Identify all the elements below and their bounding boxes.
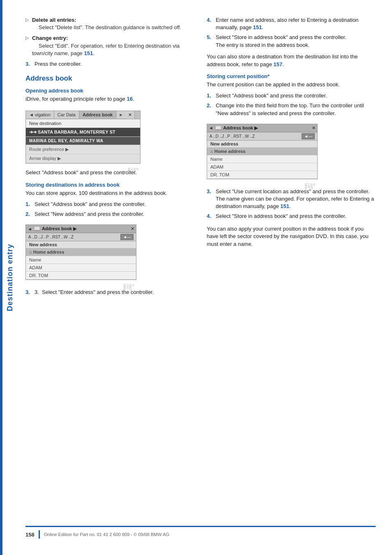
bullet-body-change: Select "Edit". For operation, refer to E…: [32, 43, 180, 56]
addr-title-text-right: Address book ▶: [223, 125, 258, 131]
select-instruction: Select "Address book" and press the cont…: [25, 169, 194, 177]
current-step2-text: Change into the third field from the top…: [216, 102, 376, 117]
storing-destinations-title: Storing destinations in address book: [25, 182, 194, 188]
current-step4-num: 4.: [207, 213, 213, 220]
step3-text: Press the controller.: [35, 60, 82, 68]
page-ref-151-change: 151: [84, 50, 93, 56]
footer-divider: [39, 530, 40, 539]
opening-text: iDrive, for operating principle refer to…: [25, 95, 194, 103]
nav-row-arrow-display: Arrow display ▶: [26, 154, 140, 163]
addr-ui-wrapper-right: ◄ 📖 Address book ▶ ✕ A ..D ..J ..P ..RST…: [207, 120, 318, 183]
addr-ui-close-area-right: ✕: [312, 125, 316, 131]
left-column: ▷ Delete all entries: Select "Delete lis…: [25, 16, 194, 513]
nav-tab-addressbook: Address book: [79, 111, 116, 118]
current-step2-num: 2.: [207, 102, 213, 117]
nav-row-marina: MARINA DEL REY, ADMIRALTY WA: [26, 137, 140, 145]
bullet-content-change: Change entry: Select "Edit". For operati…: [32, 35, 194, 57]
store-step1-text: Select "Address book" and press the cont…: [35, 201, 146, 208]
addr-alpha-text-left: A ..D ..J ..P ..RST ..W ..Z: [28, 235, 74, 239]
right-step4: 4. Enter name and address, also refer to…: [207, 16, 376, 31]
store-step3-text: 3. Select "Enter address" and press the …: [35, 289, 154, 296]
addr-item-home-right: ⌂ Home address: [207, 148, 317, 155]
bullet-content-delete: Delete all entries: Select "Delete list"…: [32, 16, 194, 31]
addr-ui-header-left: ◄ 📖 Address book ▶ ✕: [26, 225, 136, 233]
current-step1-num: 1.: [207, 92, 213, 99]
addr-item-name-right: Name: [207, 155, 317, 163]
current-step1-text: Select "Address book" and press the cont…: [216, 92, 327, 99]
nav-tab-next: ►: [116, 111, 126, 118]
nav-tab-navigation: ◄ vigation: [26, 111, 54, 118]
bullet-delete: ▷ Delete all entries: Select "Delete lis…: [25, 16, 194, 31]
store-step2: 2. Select "New address" and press the co…: [25, 210, 194, 218]
addr-book-icon: 📖: [34, 226, 40, 232]
store-step2-text: Select "New address" and press the contr…: [35, 210, 144, 218]
right-step4-num: 4.: [207, 16, 213, 31]
addr-alpha-text-right: A ..D ..J ..P ..RST ..W ..Z: [210, 134, 255, 139]
addr-item-adam-right: ADAM: [207, 163, 317, 171]
addr-book-icon-right: 📖: [215, 125, 221, 131]
copyright-left: © 2007 / 07-Melo: [127, 168, 139, 174]
bullet-change: ▷ Change entry: Select "Edit". For opera…: [25, 35, 194, 57]
addr-item-drtom-left: DR. TOM: [26, 272, 136, 280]
addr-enter-btn-right: ◄—: [302, 133, 315, 139]
current-step1: 1. Select "Address book" and press the c…: [207, 92, 376, 99]
addr-left-arrow-right: ◄: [209, 125, 213, 130]
copyright-right: © 2007 / 07-Melo: [304, 183, 316, 190]
right-step5-text: Select "Store in address book" and press…: [216, 34, 346, 49]
addr-item-adam-left: ADAM: [26, 264, 136, 272]
page-container: Destination entry ▷ Delete all entries: …: [0, 0, 392, 555]
bullet-body-delete: Select "Delete list". The destination gu…: [39, 24, 181, 30]
page-ref-151-step3: 151: [280, 203, 289, 209]
nav-row-route-pref: Route preference ▶: [26, 145, 140, 154]
current-step4-text: Select "Store in address book" and press…: [216, 213, 346, 220]
also-store-text: You can also store a destination from th…: [207, 53, 376, 69]
nav-ui-header: ◄ vigation Car Data Address book ► ✕: [26, 111, 140, 119]
copyright-left-2: © 2007 / 07-Melo: [123, 284, 135, 291]
current-step4: 4. Select "Store in address book" and pr…: [207, 213, 376, 220]
storing-current-intro: The current position can be applied in t…: [207, 81, 376, 89]
page-ref-157: 157: [274, 61, 283, 67]
addr-ui-left: ◄ 📖 Address book ▶ ✕ A ..D ..J ..P ..RST…: [25, 224, 136, 280]
side-label-text: Destination entry: [6, 244, 14, 311]
nav-row-newdest: New destination: [26, 119, 140, 128]
addr-ui-header-right: ◄ 📖 Address book ▶ ✕: [207, 124, 317, 132]
store-step2-num: 2.: [25, 210, 32, 218]
addr-section-new-left: New address: [26, 241, 136, 248]
addr-ui-header-title-area-right: ◄ 📖 Address book ▶: [209, 125, 258, 131]
addr-alpha-row-right: A ..D ..J ..P ..RST ..W ..Z ◄—: [207, 132, 317, 141]
page-ref-151-right: 151: [253, 24, 262, 30]
addr-ui-right: ◄ 📖 Address book ▶ ✕ A ..D ..J ..P ..RST…: [207, 124, 318, 179]
bullet-title-change: Change entry:: [32, 35, 68, 41]
right-column: 4. Enter name and address, also refer to…: [207, 16, 376, 513]
addr-close-icon: ✕: [131, 226, 134, 231]
main-content: ▷ Delete all entries: Select "Delete lis…: [17, 0, 392, 555]
right-step4-text: Enter name and address, also refer to En…: [216, 16, 376, 31]
addr-title-text: Address book ▶: [42, 226, 76, 231]
address-book-title: Address book: [25, 74, 194, 83]
side-label: Destination entry: [2, 0, 17, 555]
right-step5-num: 5.: [207, 34, 213, 49]
footer-text: Online Edition for Part no. 01 41 2 600 …: [44, 532, 169, 537]
nav-ui: ◄ vigation Car Data Address book ► ✕ New…: [25, 111, 141, 164]
addr-ui-header-title-area: ◄ 📖 Address book ▶: [28, 226, 76, 232]
addr-alpha-row-left: A ..D ..J ..P ..RST ..W ..Z ◄—: [26, 233, 136, 241]
page-ref-16: 16: [127, 96, 132, 102]
store-step1-num: 1.: [25, 201, 32, 208]
addr-enter-btn-left: ◄—: [120, 234, 134, 240]
opening-address-book-title: Opening address book: [25, 88, 194, 94]
current-step3-num: 3.: [207, 188, 213, 210]
store-step3-num: 3.: [25, 289, 32, 296]
addr-ui-wrapper-left: ◄ 📖 Address book ▶ ✕ A ..D ..J ..P ..RST…: [25, 220, 136, 284]
step3-num: 3.: [25, 60, 32, 68]
footer-page-num: 158: [25, 532, 35, 538]
addr-close-icon-right: ✕: [312, 125, 316, 131]
current-step2: 2. Change into the third field from the …: [207, 102, 376, 117]
addr-item-drtom-right: DR. TOM: [207, 171, 317, 179]
current-step3: 3. Select "Use current location as addre…: [207, 188, 376, 210]
nav-row-santa-barbara: ➔➔ SANTA BARBARA, MONTERREY ST: [26, 128, 140, 137]
addr-section-new-right: New address: [207, 141, 317, 148]
nav-tab-close: ✕: [126, 111, 135, 119]
addr-ui-close-area: ✕: [131, 226, 134, 231]
nav-tab-cardata: Car Data: [54, 111, 79, 118]
addr-left-arrow: ◄: [28, 227, 32, 231]
